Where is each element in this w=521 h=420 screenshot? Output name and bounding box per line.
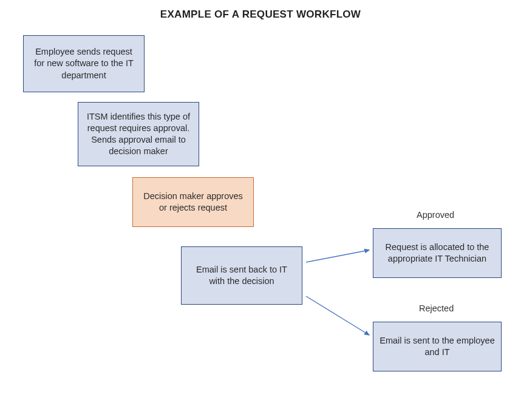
arrow-to-approved	[306, 250, 369, 262]
box-step3: Decision maker approves or rejects reque…	[132, 177, 254, 227]
box-approved: Request is allocated to the appropriate …	[373, 228, 502, 278]
box-step3-text: Decision maker approves or rejects reque…	[139, 191, 247, 214]
box-rejected: Email is sent to the employee and IT	[373, 322, 502, 371]
box-rejected-text: Email is sent to the employee and IT	[380, 335, 495, 358]
box-step2: ITSM identifies this type of request req…	[78, 102, 199, 166]
diagram-title: EXAMPLE OF A REQUEST WORKFLOW	[0, 8, 521, 21]
box-step4: Email is sent back to IT with the decisi…	[181, 246, 302, 305]
arrow-to-rejected	[306, 296, 369, 335]
box-approved-text: Request is allocated to the appropriate …	[380, 242, 495, 265]
box-step1: Employee sends request for new software …	[23, 35, 145, 92]
box-step4-text: Email is sent back to IT with the decisi…	[188, 264, 296, 287]
box-step2-text: ITSM identifies this type of request req…	[84, 111, 192, 158]
box-step1-text: Employee sends request for new software …	[30, 46, 138, 81]
label-rejected: Rejected	[419, 303, 454, 313]
label-approved: Approved	[417, 210, 454, 220]
